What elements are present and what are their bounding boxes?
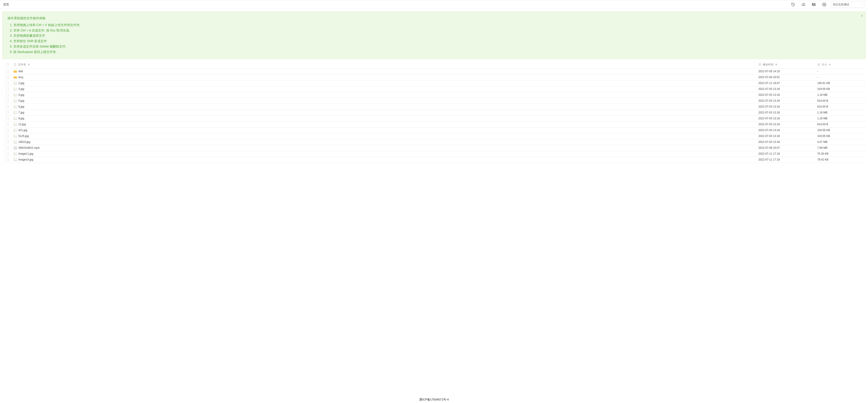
- row-checkbox[interactable]: [6, 82, 9, 85]
- footer: 冀ICP备17004571号-4: [0, 397, 868, 403]
- table-row[interactable]: tesy2022-07-04 20:51-: [2, 74, 866, 80]
- icp-link[interactable]: 冀ICP备17004571号-4: [419, 398, 449, 401]
- table-row[interactable]: Image11.jpg2022-07-11 17:1970.30 KB: [2, 151, 866, 157]
- file-mtime: 2022-07-03 13:18: [758, 117, 780, 120]
- file-name[interactable]: 5125.jpg: [18, 134, 29, 138]
- file-mtime: 2022-07-06 20:07: [758, 146, 780, 149]
- table-row[interactable]: 2.jpg2022-07-11 16:47140.61 KB: [2, 80, 866, 86]
- table-row[interactable]: 6.jpg2022-07-03 13:18814.00 B: [2, 104, 866, 110]
- col-mtime[interactable]: 修改时间: [757, 63, 816, 67]
- tip-item: 支持拖拽批量选择文件: [13, 33, 861, 38]
- row-checkbox[interactable]: [6, 76, 9, 79]
- file-name[interactable]: 3981618621.mp4: [18, 146, 39, 149]
- svg-point-43: [14, 153, 15, 154]
- table-row[interactable]: 18010.jpg2022-07-03 13:184.07 MB: [2, 139, 866, 145]
- file-size: -: [817, 76, 818, 79]
- svg-point-3: [813, 4, 813, 4]
- folder-icon: [13, 70, 17, 73]
- file-name[interactable]: 7.jpg: [18, 111, 24, 114]
- tips-title: 操作系统级的文件操作体验: [7, 15, 861, 21]
- svg-point-13: [818, 63, 820, 64]
- file-mtime: 2022-07-03 13:18: [758, 99, 780, 102]
- row-checkbox[interactable]: [6, 158, 9, 161]
- image-icon: [13, 105, 17, 108]
- select-all-checkbox[interactable]: [6, 63, 9, 66]
- image-icon: [13, 88, 17, 91]
- table-row[interactable]: 12.jpg2022-07-03 13:18814.00 B: [2, 122, 866, 128]
- svg-point-21: [14, 94, 15, 95]
- row-checkbox[interactable]: [6, 141, 9, 143]
- file-mtime: 2022-07-03 13:18: [758, 88, 780, 91]
- close-icon[interactable]: ✕: [861, 13, 863, 19]
- breadcrumb-home[interactable]: 首页: [3, 2, 9, 7]
- table-row[interactable]: 4.jpg2022-07-03 13:181.18 MB: [2, 92, 866, 98]
- table-row[interactable]: Image14.jpg2022-07-11 17:1979.42 KB: [2, 157, 866, 163]
- file-size: -: [817, 70, 818, 73]
- file-mtime: 2022-07-11 17:19: [758, 158, 780, 161]
- file-mtime: 2022-07-03 13:18: [758, 129, 780, 132]
- col-mtime-label: 修改时间: [763, 63, 774, 67]
- file-name[interactable]: ddd: [18, 70, 23, 73]
- file-mtime: 2022-07-05 14:15: [758, 70, 780, 73]
- image-icon: [13, 99, 17, 102]
- row-checkbox[interactable]: [6, 135, 9, 138]
- file-name[interactable]: 3.jpg: [18, 88, 24, 91]
- file-size: 1.18 MB: [817, 93, 828, 96]
- table-row[interactable]: 421.jpg2022-07-03 13:18319.55 KB: [2, 128, 866, 133]
- file-table: 文件名 修改时间 大小 ddd2022-07-05 14:15-tesy2022…: [2, 61, 866, 163]
- file-name[interactable]: 12.jpg: [18, 123, 26, 126]
- row-checkbox[interactable]: [6, 88, 9, 91]
- row-checkbox[interactable]: [6, 70, 9, 73]
- svg-point-45: [14, 159, 15, 159]
- row-checkbox[interactable]: [6, 153, 9, 155]
- image-icon: [13, 82, 17, 85]
- gallery-icon[interactable]: [812, 2, 816, 7]
- history-icon[interactable]: [791, 2, 795, 7]
- col-size[interactable]: 大小: [816, 63, 866, 67]
- cloud-upload-icon[interactable]: [801, 2, 805, 7]
- table-row[interactable]: 3981618621.mp42022-07-06 20:077.86 MB: [2, 145, 866, 151]
- file-mtime: 2022-07-04 20:51: [758, 76, 780, 79]
- file-size: 814.00 B: [817, 123, 828, 126]
- svg-rect-7: [759, 64, 761, 65]
- file-size: 1.18 MB: [817, 117, 828, 120]
- file-size: 814.00 B: [817, 105, 828, 108]
- gear-icon[interactable]: [822, 2, 826, 7]
- file-mtime: 2022-07-11 16:47: [758, 81, 780, 85]
- image-icon: [13, 94, 17, 96]
- file-size: 7.86 MB: [817, 146, 828, 149]
- row-checkbox[interactable]: [6, 117, 9, 120]
- file-name[interactable]: 4.jpg: [18, 93, 24, 96]
- file-name[interactable]: 18010.jpg: [18, 140, 30, 143]
- file-name[interactable]: 5.jpg: [18, 99, 24, 102]
- row-checkbox[interactable]: [6, 99, 9, 102]
- svg-point-23: [14, 100, 15, 101]
- file-name[interactable]: tesy: [18, 76, 23, 79]
- row-checkbox[interactable]: [6, 111, 9, 114]
- file-name[interactable]: 2.jpg: [18, 81, 24, 85]
- row-checkbox[interactable]: [6, 123, 9, 126]
- row-checkbox[interactable]: [6, 129, 9, 132]
- file-mtime: 2022-07-03 13:18: [758, 111, 780, 114]
- table-row[interactable]: 5125.jpg2022-07-03 13:18319.55 KB: [2, 133, 866, 139]
- row-checkbox[interactable]: [6, 105, 9, 108]
- table-row[interactable]: ddd2022-07-05 14:15-: [2, 69, 866, 74]
- svg-marker-6: [28, 65, 30, 66]
- table-row[interactable]: 5.jpg2022-07-03 13:18814.00 B: [2, 98, 866, 104]
- file-name[interactable]: Image11.jpg: [18, 152, 33, 155]
- col-size-label: 大小: [822, 63, 827, 67]
- file-name[interactable]: Image14.jpg: [18, 158, 33, 161]
- file-name[interactable]: 6.jpg: [18, 105, 24, 108]
- table-row[interactable]: 3.jpg2022-07-03 13:18319.55 KB: [2, 86, 866, 92]
- svg-marker-41: [15, 147, 16, 148]
- file-name[interactable]: 9.jpg: [18, 117, 24, 120]
- table-row[interactable]: 9.jpg2022-07-03 13:181.18 MB: [2, 116, 866, 122]
- file-name[interactable]: 421.jpg: [18, 129, 27, 132]
- account-select[interactable]: 世纪互联测试: [831, 2, 865, 7]
- row-checkbox[interactable]: [6, 94, 9, 96]
- table-row[interactable]: 7.jpg2022-07-03 13:181.18 MB: [2, 110, 866, 116]
- col-name[interactable]: 文件名: [12, 63, 757, 67]
- row-checkbox[interactable]: [6, 146, 9, 149]
- image-icon: [13, 135, 17, 138]
- tip-item: 支持按住 Shift 多选文件: [13, 38, 861, 44]
